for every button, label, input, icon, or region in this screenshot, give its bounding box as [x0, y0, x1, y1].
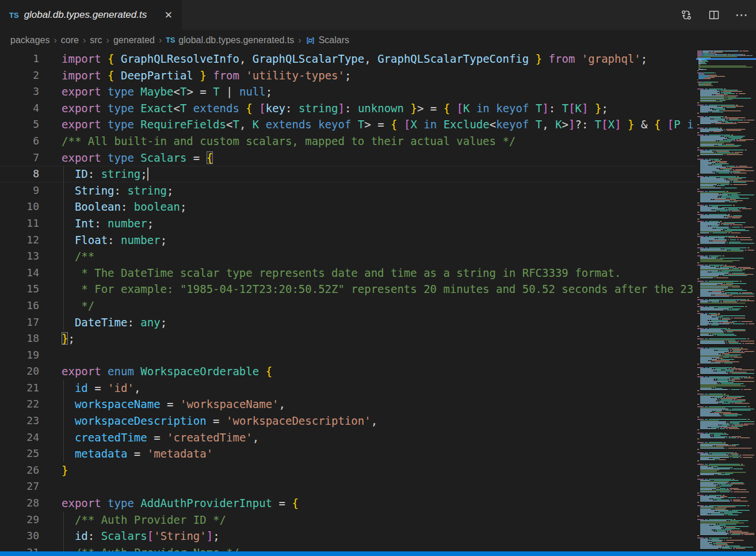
breadcrumb-separator: ›: [83, 35, 86, 45]
code-line[interactable]: * For example: "1985-04-12T23:20:50.52Z"…: [0, 281, 696, 298]
breadcrumb-item-scalars[interactable]: Scalars: [306, 35, 349, 45]
code-line[interactable]: export type Exact<T extends { [key: stri…: [0, 100, 696, 117]
code-line[interactable]: export type AddAuthProviderInput = {: [0, 495, 696, 512]
code-line[interactable]: */: [0, 298, 696, 314]
breadcrumb-label: packages: [10, 35, 50, 45]
code-line[interactable]: export enum WorkspaceOrderable {: [0, 363, 696, 380]
code-line[interactable]: Int: number;: [0, 215, 696, 232]
split-editor-icon[interactable]: [705, 6, 723, 24]
typescript-file-icon: TS: [9, 11, 19, 20]
tab-label: global.db.types.generated.ts: [24, 9, 157, 21]
text-cursor: [147, 167, 148, 181]
status-bar: [0, 551, 756, 556]
code-area[interactable]: 1234567891011121314151617181920212223242…: [0, 51, 696, 551]
code-line[interactable]: * The DateTime scalar type represents da…: [0, 265, 696, 281]
code-line[interactable]: /** Auth Provider ID */: [0, 512, 696, 528]
vscode-editor-window: TS global.db.types.generated.ts ✕: [0, 0, 756, 556]
code-line[interactable]: [0, 347, 696, 364]
code-line[interactable]: }: [0, 462, 696, 479]
editor-action-group: ⋯: [678, 0, 750, 30]
more-actions-icon[interactable]: ⋯: [733, 6, 750, 24]
minimap[interactable]: [696, 51, 756, 551]
code-line[interactable]: /** Auth Provider Name */: [0, 544, 696, 551]
code-line[interactable]: export type Maybe<T> = T | null;: [0, 83, 696, 100]
breadcrumb-item-core[interactable]: core: [61, 35, 79, 45]
tab-bar: TS global.db.types.generated.ts ✕: [0, 0, 756, 30]
symbol-variable-icon: [306, 36, 315, 45]
code-lines: import { GraphQLResolveInfo, GraphQLScal…: [0, 51, 696, 551]
code-line[interactable]: };: [0, 330, 696, 347]
breadcrumb-separator: ›: [54, 35, 57, 45]
code-line[interactable]: createdTime = 'createdTime',: [0, 429, 696, 446]
code-line[interactable]: export type Scalars = {: [0, 150, 696, 166]
code-line[interactable]: export type RequireFields<T, K extends k…: [0, 116, 696, 133]
breadcrumb-item-src[interactable]: src: [90, 35, 102, 45]
code-line[interactable]: import { GraphQLResolveInfo, GraphQLScal…: [0, 51, 696, 67]
tab-active[interactable]: TS global.db.types.generated.ts ✕: [0, 0, 182, 30]
breadcrumb-separator: ›: [106, 35, 109, 45]
breadcrumb-item-generated[interactable]: generated: [113, 35, 155, 45]
breadcrumb-label: global.db.types.generated.ts: [178, 35, 294, 45]
breadcrumb-label: core: [61, 35, 79, 45]
code-line[interactable]: /**: [0, 248, 696, 265]
breadcrumb-item-packages[interactable]: packages: [10, 35, 50, 45]
code-line[interactable]: id: Scalars['String'];: [0, 528, 696, 544]
breadcrumb-separator: ›: [298, 35, 301, 45]
breadcrumb-label: Scalars: [319, 35, 349, 45]
code-line[interactable]: String: string;: [0, 182, 696, 199]
code-line[interactable]: workspaceDescription = 'workspaceDescrip…: [0, 413, 696, 429]
breadcrumb: packages›core›src›generated›TSglobal.db.…: [0, 30, 756, 51]
code-line[interactable]: /** All built-in and custom scalars, map…: [0, 133, 696, 150]
breadcrumb-label: src: [90, 35, 102, 45]
breadcrumb-separator: ›: [159, 35, 162, 45]
code-line[interactable]: id = 'id',: [0, 380, 696, 397]
code-line[interactable]: Float: number;: [0, 232, 696, 249]
code-line[interactable]: metadata = 'metadata': [0, 445, 696, 462]
typescript-file-icon: TS: [166, 36, 175, 44]
breadcrumb-label: generated: [113, 35, 155, 45]
code-line[interactable]: Boolean: boolean;: [0, 199, 696, 215]
code-line[interactable]: DateTime: any;: [0, 314, 696, 331]
code-line[interactable]: import { DeepPartial } from 'utility-typ…: [0, 67, 696, 84]
open-changes-icon[interactable]: [678, 6, 695, 24]
breadcrumb-item-global-db-types-generated-ts[interactable]: TSglobal.db.types.generated.ts: [166, 35, 294, 45]
code-line[interactable]: ID: string;: [0, 166, 696, 182]
code-line[interactable]: [0, 478, 696, 495]
code-line[interactable]: workspaceName = 'workspaceName',: [0, 396, 696, 413]
tab-close-icon[interactable]: ✕: [162, 9, 175, 21]
